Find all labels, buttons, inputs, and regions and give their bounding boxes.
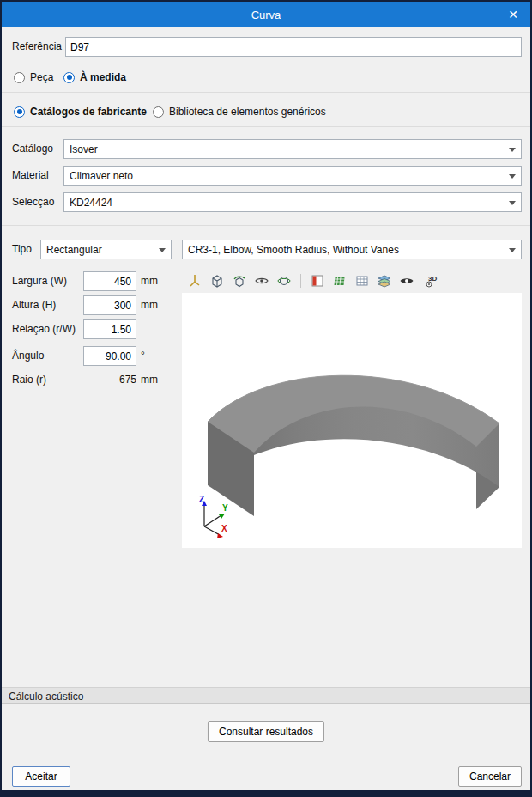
curve-dialog: Curva ✕ Referência Peça À medida Catálog… — [0, 0, 532, 797]
axes-icon[interactable] — [185, 272, 204, 289]
acoustic-section-header: Cálculo acústico — [2, 687, 530, 704]
axis-x-label: X — [221, 524, 227, 533]
ground-plane-icon[interactable] — [330, 272, 349, 289]
width-label: Largura (W) — [12, 271, 67, 290]
eye-icon[interactable] — [252, 272, 271, 289]
selection-select[interactable]: KD24424 — [63, 192, 522, 212]
angle-label: Ângulo — [12, 346, 44, 365]
source-option-catalogos[interactable]: Catálogos de fabricante — [14, 104, 147, 119]
source-option-label: Catálogos de fabricante — [30, 106, 147, 118]
separator — [2, 225, 530, 226]
chevron-down-icon — [509, 201, 516, 205]
section-colors-icon[interactable] — [308, 272, 327, 289]
chevron-down-icon — [509, 174, 516, 179]
height-label: Altura (H) — [12, 295, 56, 314]
consult-results-button[interactable]: Consultar resultados — [208, 721, 324, 742]
catalog-select[interactable]: Isover — [63, 139, 522, 159]
layers-icon[interactable] — [375, 272, 394, 289]
axis-triad: Z Y X — [187, 492, 235, 543]
separator — [2, 126, 530, 127]
type-select[interactable]: Rectangular — [40, 240, 172, 259]
selection-label: Selecção — [12, 192, 54, 211]
radius-unit: mm — [141, 370, 158, 389]
reference-input[interactable] — [65, 37, 522, 57]
angle-unit: ° — [141, 346, 145, 365]
reference-label: Referência — [12, 37, 62, 56]
radius-value: 675 — [83, 370, 136, 389]
mode-option-label: À medida — [80, 71, 126, 83]
radio-selected-icon[interactable] — [14, 106, 25, 118]
angle-input[interactable] — [83, 346, 136, 366]
cancel-button[interactable]: Cancelar — [458, 766, 522, 787]
grid-icon[interactable] — [353, 272, 372, 289]
type-label: Tipo — [12, 240, 32, 259]
ratio-label: Relação (r/W) — [12, 319, 76, 338]
ratio-input[interactable] — [83, 319, 136, 339]
width-unit: mm — [141, 271, 158, 290]
viewer-canvas[interactable]: Z Y X — [182, 293, 522, 548]
orbit-icon[interactable] — [275, 272, 293, 289]
catalog-label: Catálogo — [12, 139, 53, 158]
height-unit: mm — [141, 295, 158, 314]
toolbar-separator — [300, 274, 301, 288]
mode-option-label: Peça — [30, 71, 53, 83]
chevron-down-icon — [159, 248, 166, 252]
axis-y-label: Y — [222, 503, 228, 513]
cube-orbit-icon[interactable] — [230, 272, 249, 289]
catalog-value: Isover — [70, 143, 98, 155]
chevron-down-icon — [509, 248, 516, 252]
mode-option-a-medida[interactable]: À medida — [63, 70, 126, 85]
close-icon[interactable]: ✕ — [496, 2, 530, 27]
radius-label: Raio (r) — [12, 370, 46, 389]
height-input[interactable] — [83, 295, 136, 315]
material-value: Climaver neto — [70, 170, 133, 182]
viewer-toolbar: 3D — [182, 270, 522, 292]
type-value: Rectangular — [46, 244, 102, 256]
separator — [2, 92, 530, 93]
width-input[interactable] — [83, 271, 136, 291]
axis-z-label: Z — [199, 495, 204, 504]
material-label: Material — [12, 166, 49, 185]
source-option-label: Biblioteca de elementos genéricos — [169, 106, 326, 118]
chevron-down-icon — [509, 148, 516, 152]
radio-selected-icon[interactable] — [63, 72, 75, 83]
material-select[interactable]: Climaver neto — [63, 166, 522, 186]
cube-view-icon[interactable] — [208, 272, 227, 289]
window-title: Curva — [251, 9, 281, 21]
visibility-bold-icon[interactable] — [397, 272, 416, 289]
selection-value: KD24424 — [70, 197, 112, 209]
model-value: CR3-1, Elbow, Smooth Radius, Without Van… — [188, 244, 399, 256]
radio-icon[interactable] — [153, 106, 164, 118]
titlebar[interactable]: Curva ✕ — [2, 2, 530, 27]
source-option-biblioteca[interactable]: Biblioteca de elementos genéricos — [153, 104, 326, 119]
3d-config-icon[interactable]: 3D — [423, 272, 442, 289]
mode-option-peca[interactable]: Peça — [14, 70, 53, 85]
radio-icon[interactable] — [14, 72, 25, 83]
accept-button[interactable]: Aceitar — [12, 766, 70, 787]
model-select[interactable]: CR3-1, Elbow, Smooth Radius, Without Van… — [182, 240, 522, 259]
